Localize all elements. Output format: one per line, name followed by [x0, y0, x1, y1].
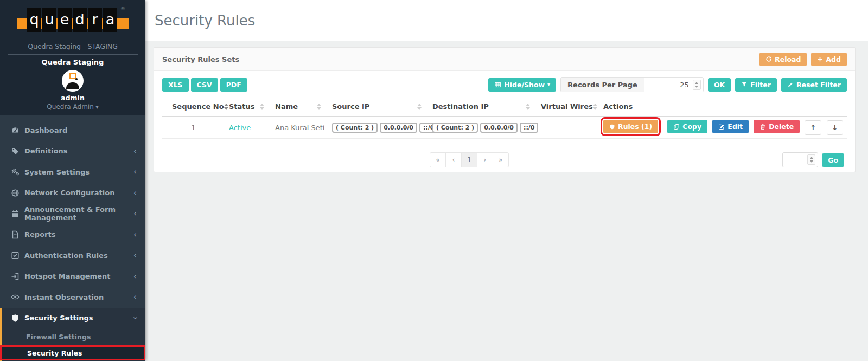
pagination-row: « ‹ 1 › » Go [162, 152, 847, 167]
number-stepper[interactable] [807, 154, 815, 165]
page-number: 1 [467, 156, 471, 164]
pagination-first-button[interactable]: « [430, 152, 446, 167]
globe-icon [11, 189, 20, 197]
sidebar-subitem-firewall-settings[interactable]: Firewall Settings [2, 328, 145, 345]
sort-icon[interactable] [260, 104, 266, 110]
pagination-last-button[interactable]: » [493, 152, 509, 167]
sort-icon[interactable] [526, 104, 532, 110]
add-button[interactable]: Add [811, 53, 847, 66]
chevron-down-icon: ‹ [130, 317, 140, 320]
security-rules-sets-panel: Security Rules Sets Reload Add XLS CSV P… [154, 47, 856, 172]
check-square-icon [11, 251, 20, 260]
cell-sequence-no: 1 [162, 117, 225, 139]
csv-label: CSV [197, 81, 212, 89]
sidebar-menu: Dashboard Definitions ‹ System Settings … [0, 115, 145, 361]
col-label: Source IP [332, 102, 369, 111]
sort-icon[interactable] [317, 104, 323, 110]
number-stepper[interactable] [693, 80, 701, 90]
sidebar-item-label: Reports [24, 230, 55, 238]
sidebar-subitem-security-rules[interactable]: Security Rules [0, 345, 145, 360]
quedra-logo[interactable]: q u e d r a ® [17, 7, 129, 35]
chevron-icon: ‹ [133, 292, 137, 302]
sidebar-subitem-label: Firewall Settings [26, 333, 91, 341]
logo-letter: a [103, 8, 117, 32]
trash-icon [760, 124, 766, 130]
export-csv-button[interactable]: CSV [191, 78, 218, 92]
stepper-up-icon[interactable] [810, 157, 813, 159]
export-xls-button[interactable]: XLS [162, 78, 189, 92]
sidebar-item-reports[interactable]: Reports ‹ [0, 224, 145, 246]
chevron-icon: ‹ [133, 250, 137, 260]
move-up-button[interactable]: ↑ [805, 120, 821, 136]
copy-label: Copy [682, 123, 701, 131]
pdf-label: PDF [226, 81, 241, 89]
move-down-button[interactable]: ↓ [827, 120, 844, 136]
username: admin [0, 94, 145, 102]
delete-button[interactable]: Delete [754, 120, 800, 133]
logo-tiles: q u e d r a [27, 8, 117, 32]
sidebar-item-instant-observation[interactable]: Instant Observation ‹ [0, 287, 145, 308]
pencil-icon [787, 81, 794, 88]
sidebar-item-hotspot-management[interactable]: Hotspot Management ‹ [0, 266, 145, 287]
stepper-up-icon[interactable] [695, 82, 698, 84]
sidebar-item-authentication-rules[interactable]: Authentication Rules ‹ [0, 245, 145, 266]
stepper-down-icon[interactable] [695, 86, 698, 88]
edit-icon [718, 124, 725, 130]
filter-button[interactable]: Filter [735, 78, 777, 92]
caret-down-icon: ▾ [547, 81, 550, 88]
export-buttons: XLS CSV PDF [162, 78, 247, 92]
rules-button[interactable]: Rules (1) [603, 120, 658, 133]
ok-button[interactable]: OK [708, 78, 731, 92]
sidebar-item-label: Dashboard [24, 126, 67, 134]
sidebar-item-label: Authentication Rules [24, 252, 108, 260]
security-rules-table: Sequence No Status Name Source IP Destin… [162, 99, 847, 139]
sidebar-item-definitions[interactable]: Definitions ‹ [0, 141, 145, 162]
col-destination-ip[interactable]: Destination IP [428, 99, 537, 117]
main-content: Security Rules Security Rules Sets Reloa… [145, 0, 868, 361]
count-badge: ( Count: 2 ) [332, 123, 378, 133]
edit-button[interactable]: Edit [712, 120, 749, 133]
copy-icon [673, 124, 680, 130]
user-role-dropdown[interactable]: Quedra Admin ▾ [0, 103, 145, 111]
col-status[interactable]: Status [225, 99, 271, 117]
col-name[interactable]: Name [271, 99, 328, 117]
avatar-dot [75, 78, 78, 80]
sidebar-item-announcement-form-management[interactable]: Announcement & Form Management ‹ [0, 203, 145, 224]
sort-icon[interactable] [593, 104, 599, 110]
export-pdf-button[interactable]: PDF [220, 78, 247, 92]
ip-badge: 0.0.0.0/0 [480, 123, 518, 133]
sidebar-item-security-settings[interactable]: Security Settings ‹ [2, 308, 145, 329]
go-button[interactable]: Go [822, 153, 844, 167]
col-virtual-wires[interactable]: Virtual Wires [537, 99, 599, 117]
sort-icon[interactable] [417, 104, 424, 110]
goto-page-group: Go [782, 152, 844, 167]
count-badge: ( Count: 2 ) [432, 123, 478, 133]
col-label: Name [275, 102, 298, 111]
add-label: Add [826, 55, 841, 63]
pagination-next-button[interactable]: › [477, 152, 493, 167]
col-sequence-no[interactable]: Sequence No [162, 99, 225, 117]
shield-icon [609, 124, 615, 130]
chevron-left-icon: ‹ [452, 156, 455, 164]
pagination-prev-button[interactable]: ‹ [445, 152, 462, 167]
sidebar-item-label: System Settings [24, 168, 90, 176]
table-toolbar: XLS CSV PDF Hide/Show ▾ Records Per Page [162, 77, 847, 92]
cell-source-ip: ( Count: 2 )0.0.0.0/0::/0 [328, 117, 428, 139]
avatar[interactable] [62, 70, 84, 92]
hide-show-dropdown[interactable]: Hide/Show ▾ [488, 78, 556, 92]
panel-header: Security Rules Sets Reload Add [154, 48, 855, 71]
table-icon [494, 81, 501, 88]
hide-show-label: Hide/Show [504, 81, 545, 89]
file-icon [11, 230, 20, 239]
copy-button[interactable]: Copy [667, 120, 707, 133]
reload-button[interactable]: Reload [760, 53, 807, 66]
sidebar-item-dashboard[interactable]: Dashboard [0, 120, 145, 141]
sidebar-item-system-settings[interactable]: System Settings ‹ [0, 162, 145, 183]
sidebar-item-network-configuration[interactable]: Network Configuration ‹ [0, 183, 145, 204]
stepper-down-icon[interactable] [810, 160, 813, 163]
reset-filter-button[interactable]: Reset Filter [781, 78, 847, 92]
cell-status: Active [225, 117, 271, 139]
logo-letter: q [27, 8, 41, 32]
col-source-ip[interactable]: Source IP [328, 99, 428, 117]
pagination-page-1[interactable]: 1 [461, 152, 477, 167]
